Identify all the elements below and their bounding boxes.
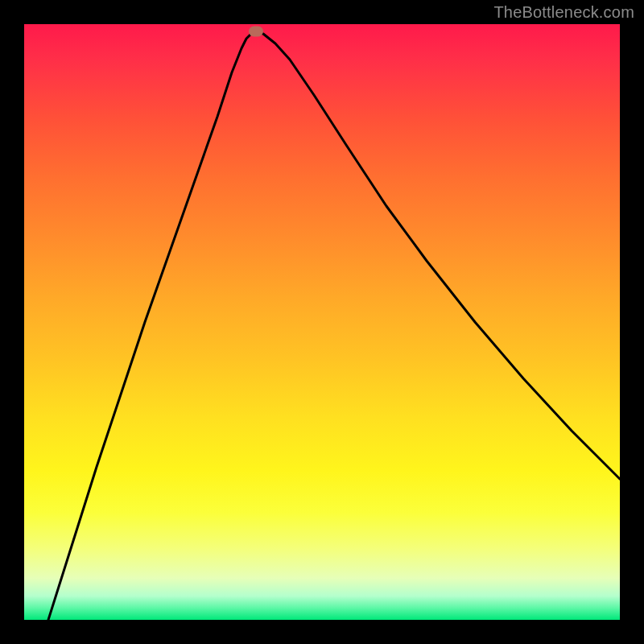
minimum-marker <box>249 27 263 37</box>
bottleneck-curve <box>48 32 620 620</box>
plot-area <box>24 24 620 620</box>
chart-frame: TheBottleneck.com <box>0 0 644 644</box>
curve-svg <box>24 24 620 620</box>
watermark-text: TheBottleneck.com <box>493 3 634 22</box>
